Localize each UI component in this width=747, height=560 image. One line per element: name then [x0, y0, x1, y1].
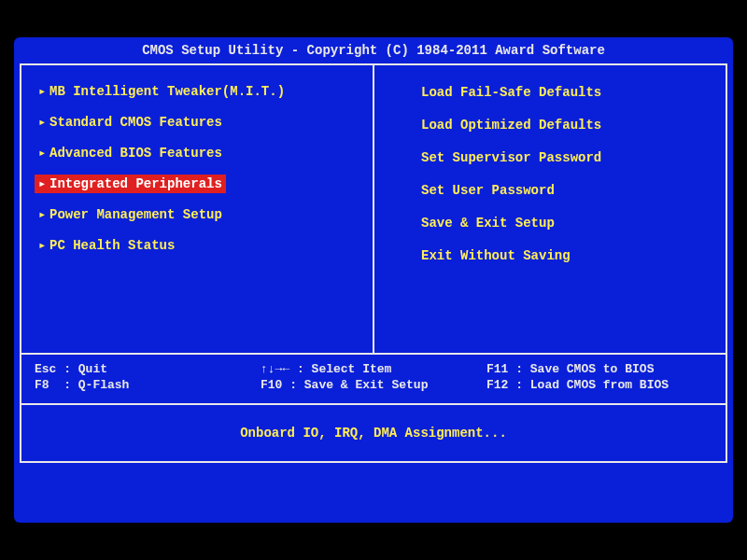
menu-supervisor-password[interactable]: Set Supervisor Password	[388, 147, 712, 168]
help-arrows: ↑↓→← : Select Item	[261, 362, 486, 376]
help-f11: F11 : Save CMOS to BIOS	[486, 362, 712, 376]
arrow-icon: ▸	[38, 116, 49, 129]
arrow-icon: ▸	[38, 85, 49, 98]
menu-label: MB Intelligent Tweaker(M.I.T.)	[49, 84, 285, 99]
menu-integrated-peripherals[interactable]: ▸Integrated Peripherals	[35, 175, 226, 193]
menu-exit-no-save[interactable]: Exit Without Saving	[388, 245, 712, 266]
help-box: Esc : Quit ↑↓→← : Select Item F11 : Save…	[20, 355, 727, 405]
left-column: ▸MB Intelligent Tweaker(M.I.T.) ▸Standar…	[21, 65, 374, 353]
description-text: Onboard IO, IRQ, DMA Assignment...	[240, 426, 507, 441]
main-menu-box: ▸MB Intelligent Tweaker(M.I.T.) ▸Standar…	[20, 63, 727, 355]
menu-advanced-bios[interactable]: ▸Advanced BIOS Features	[35, 144, 359, 162]
description-box: Onboard IO, IRQ, DMA Assignment...	[20, 405, 727, 463]
help-esc: Esc : Quit	[35, 362, 261, 376]
arrow-icon: ▸	[38, 147, 49, 160]
help-f12: F12 : Load CMOS from BIOS	[486, 378, 712, 392]
menu-user-password[interactable]: Set User Password	[388, 180, 712, 201]
arrow-icon: ▸	[38, 177, 49, 190]
menu-label: PC Health Status	[49, 238, 175, 253]
menu-pc-health[interactable]: ▸PC Health Status	[35, 236, 359, 255]
menu-power-management[interactable]: ▸Power Management Setup	[35, 205, 359, 224]
arrow-icon: ▸	[38, 239, 49, 252]
help-f8: F8 : Q-Flash	[35, 378, 261, 392]
right-column: Load Fail-Safe Defaults Load Optimized D…	[374, 65, 726, 353]
page-title: CMOS Setup Utility - Copyright (C) 1984-…	[20, 39, 727, 63]
menu-mb-tweaker[interactable]: ▸MB Intelligent Tweaker(M.I.T.)	[35, 82, 359, 101]
help-f10: F10 : Save & Exit Setup	[261, 378, 486, 392]
menu-save-exit[interactable]: Save & Exit Setup	[388, 213, 712, 233]
menu-label: Advanced BIOS Features	[49, 146, 222, 161]
menu-load-failsafe[interactable]: Load Fail-Safe Defaults	[388, 82, 712, 103]
bios-screen: CMOS Setup Utility - Copyright (C) 1984-…	[14, 37, 733, 523]
arrow-icon: ▸	[38, 208, 49, 221]
menu-label: Power Management Setup	[49, 207, 222, 222]
menu-label: Standard CMOS Features	[49, 115, 222, 130]
menu-label: Integrated Peripherals	[49, 176, 222, 191]
menu-standard-cmos[interactable]: ▸Standard CMOS Features	[35, 113, 359, 132]
menu-load-optimized[interactable]: Load Optimized Defaults	[388, 115, 712, 135]
